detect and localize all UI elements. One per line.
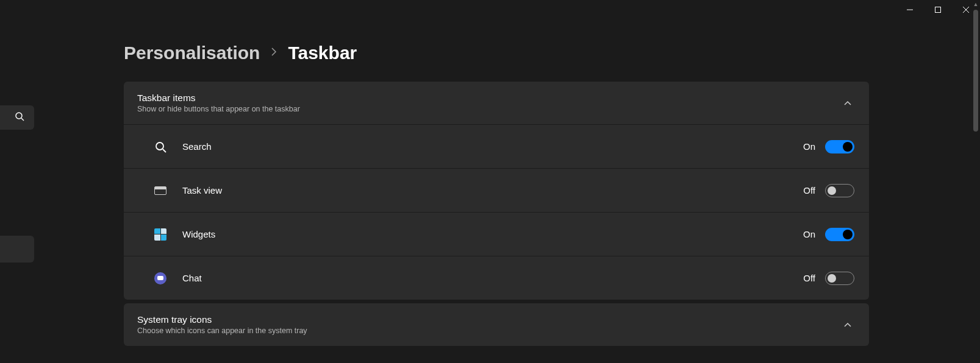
section-title: System tray icons	[137, 314, 307, 325]
row-label: Search	[182, 141, 803, 152]
section-title: Taskbar items	[137, 93, 300, 104]
section-subtitle: Show or hide buttons that appear on the …	[137, 105, 300, 113]
breadcrumb-parent[interactable]: Personalisation	[124, 43, 260, 63]
main-content: Personalisation Taskbar Taskbar items Sh…	[124, 43, 869, 350]
svg-line-7	[163, 149, 166, 152]
chevron-right-icon	[271, 47, 277, 59]
svg-point-4	[16, 113, 22, 119]
toggle-state-label: Off	[803, 273, 815, 283]
widgets-icon	[138, 228, 182, 241]
scroll-up-arrow-icon[interactable]: ▲	[971, 0, 980, 9]
row-label: Task view	[182, 185, 803, 196]
breadcrumb-current: Taskbar	[288, 43, 357, 63]
svg-point-6	[156, 143, 163, 150]
search-icon	[138, 141, 182, 153]
toggle-search[interactable]	[825, 140, 854, 153]
breadcrumb: Personalisation Taskbar	[124, 43, 869, 63]
search-icon	[15, 111, 24, 124]
chevron-up-icon	[843, 319, 852, 330]
scroll-thumb[interactable]	[973, 10, 978, 132]
taskbar-item-taskview: Task view Off	[124, 168, 869, 212]
sidebar-active-item-stub[interactable]	[0, 236, 34, 263]
taskbar-item-search: Search On	[124, 124, 869, 168]
toggle-state-label: On	[803, 141, 815, 152]
toggle-state-label: Off	[803, 185, 815, 196]
taskbar-item-widgets: Widgets On	[124, 212, 869, 256]
svg-rect-1	[935, 7, 941, 13]
window-controls	[896, 0, 980, 19]
section-subtitle: Choose which icons can appear in the sys…	[137, 326, 307, 335]
taskbar-item-chat: Chat Off	[124, 256, 869, 300]
toggle-taskview[interactable]	[825, 184, 854, 197]
minimize-button[interactable]	[896, 0, 924, 19]
toggle-widgets[interactable]	[825, 228, 854, 241]
vertical-scrollbar[interactable]: ▲	[971, 0, 980, 363]
taskbar-items-section: Taskbar items Show or hide buttons that …	[124, 82, 869, 300]
row-label: Widgets	[182, 229, 803, 239]
chevron-up-icon	[843, 97, 852, 108]
toggle-state-label: On	[803, 229, 815, 239]
row-label: Chat	[182, 273, 803, 283]
chat-icon	[138, 272, 182, 284]
svg-line-5	[21, 118, 24, 121]
taskbar-items-header[interactable]: Taskbar items Show or hide buttons that …	[124, 82, 869, 124]
system-tray-section: System tray icons Choose which icons can…	[124, 303, 869, 346]
taskview-icon	[138, 186, 182, 195]
toggle-chat[interactable]	[825, 272, 854, 285]
system-tray-header[interactable]: System tray icons Choose which icons can…	[124, 303, 869, 346]
sidebar-search-stub[interactable]	[0, 105, 34, 130]
maximize-button[interactable]	[924, 0, 952, 19]
